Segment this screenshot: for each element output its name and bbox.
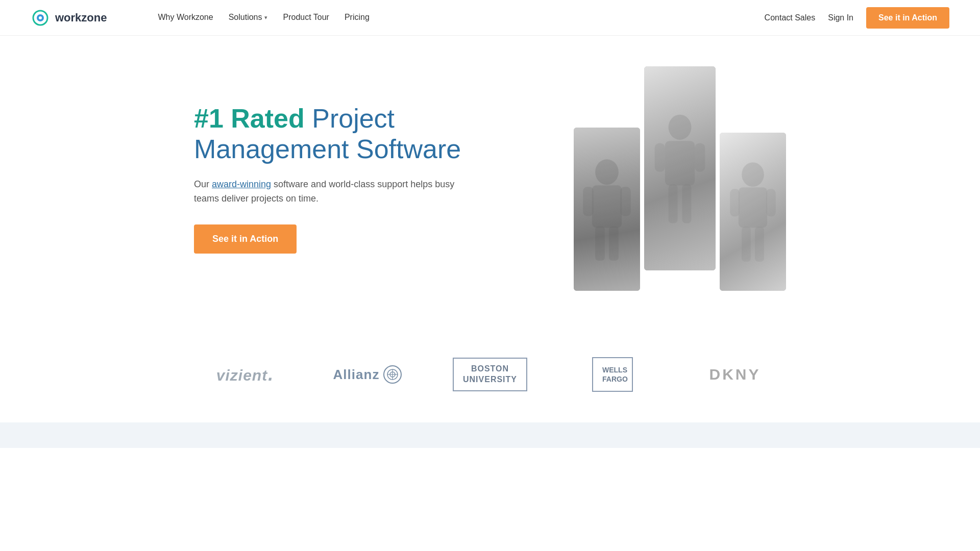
award-winning-link[interactable]: award-winning: [212, 179, 271, 189]
svg-rect-13: [695, 143, 705, 172]
person-silhouette-right: [726, 148, 779, 275]
nav-why-workzone[interactable]: Why Workzone: [158, 13, 213, 22]
allianz-icon: [383, 365, 402, 384]
hero-title: #1 Rated Project Management Software: [194, 104, 475, 165]
logo-vizient: vizient.: [184, 364, 306, 385]
nav-left: workzone Why Workzone Solutions ▾ Produc…: [31, 0, 400, 36]
footer-bar: [0, 422, 980, 448]
hero-description: Our award-winning software and world-cla…: [194, 177, 475, 207]
svg-rect-7: [620, 187, 631, 216]
hero-title-highlight: #1 Rated: [194, 104, 305, 133]
logo-brand-name: workzone: [55, 11, 107, 24]
nav-right: Contact Sales Sign In See it in Action: [765, 7, 949, 29]
hero-image-center: [644, 66, 716, 270]
svg-rect-12: [655, 143, 665, 172]
nav-cta-button[interactable]: See it in Action: [866, 7, 949, 29]
logo-link[interactable]: workzone: [31, 8, 107, 28]
logo-allianz: Allianz: [306, 365, 429, 384]
sign-in-link[interactable]: Sign In: [828, 13, 853, 22]
logo-dkny: DKNY: [674, 366, 796, 383]
hero-content: #1 Rated Project Management Software Our…: [194, 104, 475, 254]
svg-rect-5: [592, 185, 622, 228]
svg-point-4: [595, 159, 619, 185]
nav-links: Why Workzone Solutions ▾ Product Tour Pr…: [127, 0, 400, 36]
svg-rect-6: [583, 187, 594, 216]
svg-rect-19: [766, 189, 776, 216]
hero-images: [574, 66, 786, 291]
svg-rect-14: [669, 184, 678, 223]
nav-solutions[interactable]: Solutions ▾: [229, 13, 268, 22]
svg-rect-15: [682, 184, 691, 223]
solutions-chevron-icon: ▾: [264, 14, 267, 21]
navbar: workzone Why Workzone Solutions ▾ Produc…: [0, 0, 980, 36]
svg-rect-11: [665, 141, 695, 185]
person-silhouette-left: [580, 144, 633, 274]
nav-pricing[interactable]: Pricing: [345, 13, 370, 22]
logo-wells-fargo: WELLSFARGO: [551, 357, 674, 392]
hero-image-left: [574, 128, 640, 291]
svg-rect-20: [742, 227, 751, 262]
svg-point-16: [742, 162, 764, 187]
svg-rect-21: [755, 227, 764, 262]
logos-section: vizient. Allianz BOSTONUNIVERSITY: [0, 332, 980, 422]
logos-row: vizient. Allianz BOSTONUNIVERSITY: [184, 357, 796, 392]
svg-rect-17: [739, 187, 767, 228]
svg-point-3: [39, 16, 42, 19]
svg-rect-8: [595, 226, 605, 261]
workzone-logo-icon: [31, 8, 50, 28]
person-silhouette-center: [651, 87, 708, 250]
svg-rect-18: [730, 189, 740, 216]
hero-image-right: [720, 133, 786, 291]
hero-desc-prefix: Our: [194, 179, 212, 189]
nav-product-tour[interactable]: Product Tour: [283, 13, 329, 22]
hero-cta-button[interactable]: See it in Action: [194, 224, 297, 254]
svg-rect-9: [609, 226, 619, 261]
hero-section: #1 Rated Project Management Software Our…: [133, 36, 847, 332]
svg-point-10: [669, 115, 692, 140]
contact-sales-link[interactable]: Contact Sales: [765, 13, 816, 22]
logo-boston-university: BOSTONUNIVERSITY: [429, 358, 551, 391]
